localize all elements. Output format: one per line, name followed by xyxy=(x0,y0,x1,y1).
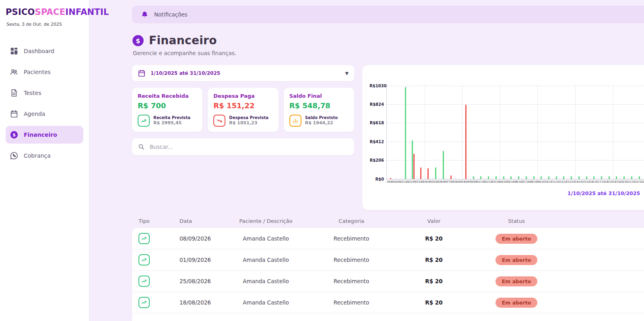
x-tick-label: 01/10 xyxy=(477,180,485,185)
page-header: $ Financeiro Gerencie e acompanhe suas f… xyxy=(132,34,644,56)
date-range-value: 1/10/2025 até 31/10/2025 xyxy=(151,70,341,76)
stat-title: Despesa Paga xyxy=(213,93,272,99)
x-tick-label: 07/10 xyxy=(522,180,530,185)
stat-sub-label: Saldo Previsto xyxy=(305,115,338,120)
x-tick-label: 24/09 xyxy=(424,180,432,185)
sidebar-item-cobranca[interactable]: Cobrança xyxy=(6,147,83,165)
notifications-label: Notificações xyxy=(154,11,188,18)
table-header-2: Paciente / Descrição xyxy=(223,218,309,224)
stat-sub-label: Receita Prevista xyxy=(153,115,190,120)
stat-title: Receita Recebida xyxy=(138,93,197,99)
trend-up-icon xyxy=(138,115,150,127)
status-badge: Em aberto xyxy=(495,276,538,286)
x-tick-label: 27/09 xyxy=(447,180,454,185)
left-column: 1/10/2025 até 31/10/2025 ▼ Receita Receb… xyxy=(132,65,354,155)
x-tick-label: 04/10 xyxy=(500,180,507,185)
x-tick-label: 08/10 xyxy=(530,180,537,185)
document-icon xyxy=(10,88,19,97)
row-category: Recebimento xyxy=(309,299,394,306)
sidebar-item-label: Testes xyxy=(24,90,41,96)
row-category: Recebimento xyxy=(309,235,394,242)
date-range-picker[interactable]: 1/10/2025 até 31/10/2025 ▼ xyxy=(132,65,354,81)
sidebar-date: Sexta, 3 de Out. de 2025 xyxy=(0,17,89,27)
sidebar-item-pacientes[interactable]: Pacientes xyxy=(6,63,83,81)
whatsapp-icon xyxy=(10,151,19,160)
status-badge: Em aberto xyxy=(495,255,538,265)
financeiro-dollar-icon: $ xyxy=(132,35,144,47)
row-patient: Amanda Castello xyxy=(223,257,309,263)
notifications-bar[interactable]: Notificações xyxy=(132,6,644,23)
x-tick-label: 19/10 xyxy=(613,180,620,185)
x-tick-label: 15/10 xyxy=(582,180,590,185)
table-header-row: TipoDataPaciente / DescriçãoCategoriaVal… xyxy=(132,218,644,228)
topbar: Notificações Khaue Psicólogo ▾ xyxy=(132,6,644,23)
page-subtitle: Gerencie e acompanhe suas finanças. xyxy=(133,50,236,56)
table-header-5: Status xyxy=(474,218,559,224)
x-tick-label: 21/10 xyxy=(628,180,636,185)
logo-psico: PSICO xyxy=(6,7,35,17)
row-date: 25/08/2026 xyxy=(156,278,223,284)
caret-down-icon: ▼ xyxy=(345,71,349,76)
chart-plot-area xyxy=(386,86,644,179)
trend-down-icon xyxy=(213,115,225,127)
x-tick-label: 22/09 xyxy=(409,180,417,185)
x-tick-label: 12/10 xyxy=(560,180,568,185)
sidebar-item-label: Agenda xyxy=(24,111,45,117)
x-tick-label: 05/10 xyxy=(507,180,515,185)
table-row: 08/09/2026Amanda CastelloRecebimentoR$ 2… xyxy=(132,228,644,249)
x-tick-label: 10/10 xyxy=(545,180,552,185)
x-tick-label: 06/10 xyxy=(514,180,522,185)
row-value: R$ 20 xyxy=(394,235,474,242)
x-tick-label: 28/09 xyxy=(454,180,462,185)
title-block: $ Financeiro Gerencie e acompanhe suas f… xyxy=(132,34,236,56)
patients-icon xyxy=(10,68,19,76)
chart-legend: RecebimentosDespesas xyxy=(369,200,644,206)
x-tick-label: 16/10 xyxy=(590,180,598,185)
svg-text:$: $ xyxy=(12,132,16,138)
stat-value: R$ 700 xyxy=(138,101,197,110)
stat-card-2: Saldo FinalR$ 548,78Saldo PrevistoR$ 194… xyxy=(284,88,354,132)
stat-sub-value: R$ 1944,22 xyxy=(305,120,338,126)
stat-cards: Receita RecebidaR$ 700Receita PrevistaR$… xyxy=(132,88,354,132)
svg-text:$: $ xyxy=(136,37,140,45)
main-area: Notificações Khaue Psicólogo ▾ $ Finance… xyxy=(89,0,644,321)
y-tick-label: R$618 xyxy=(369,121,384,126)
chart-card: Receitas/Despesas Em aberto R$0R$206R$41… xyxy=(362,65,644,210)
x-tick-label: 09/10 xyxy=(537,180,545,185)
row-value: R$ 20 xyxy=(394,299,474,306)
row-patient: Amanda Castello xyxy=(223,299,309,306)
table-header-1: Data xyxy=(156,218,223,224)
x-tick-label: 18/10 xyxy=(605,180,613,185)
y-tick-label: R$824 xyxy=(369,103,384,107)
app-logo: PSICOSPACEINFANTIL xyxy=(0,7,89,17)
chart-bars xyxy=(387,86,644,179)
x-tick-label: 30/09 xyxy=(469,180,477,185)
x-tick-label: 13/10 xyxy=(568,180,575,185)
x-tick-label: 20/09 xyxy=(394,180,402,185)
row-value: R$ 20 xyxy=(394,278,474,284)
trend-up-icon xyxy=(138,233,150,244)
row-patient: Amanda Castello xyxy=(223,278,309,284)
table-header-0: Tipo xyxy=(132,218,156,224)
sidebar-item-dashboard[interactable]: Dashboard xyxy=(6,42,83,60)
x-tick-label: 25/09 xyxy=(431,180,439,185)
chart-toggles: Receitas/Despesas Em aberto xyxy=(369,71,644,81)
sidebar-item-testes[interactable]: Testes xyxy=(6,84,83,102)
x-tick-label: 14/10 xyxy=(575,180,582,185)
row-date: 01/09/2026 xyxy=(156,257,223,263)
x-tick-label: 26/09 xyxy=(439,180,447,185)
app: PSICOSPACEINFANTIL Sexta, 3 de Out. de 2… xyxy=(0,0,644,321)
sidebar-item-agenda[interactable]: Agenda xyxy=(6,105,83,123)
stat-value: R$ 151,22 xyxy=(213,101,272,110)
search-bar[interactable] xyxy=(132,138,354,155)
row-patient: Amanda Castello xyxy=(223,235,309,242)
bell-icon xyxy=(141,11,149,19)
stat-sub-value: R$ 2995,45 xyxy=(153,120,190,126)
x-tick-label: 11/10 xyxy=(552,180,560,185)
sidebar-item-financeiro[interactable]: $Financeiro xyxy=(6,126,83,144)
x-tick-label: 17/10 xyxy=(598,180,605,185)
sidebar-nav: DashboardPacientesTestesAgenda$Financeir… xyxy=(0,42,89,165)
table-header-3: Categoria xyxy=(309,218,394,224)
trend-up-icon xyxy=(138,276,150,287)
search-input[interactable] xyxy=(149,143,349,150)
